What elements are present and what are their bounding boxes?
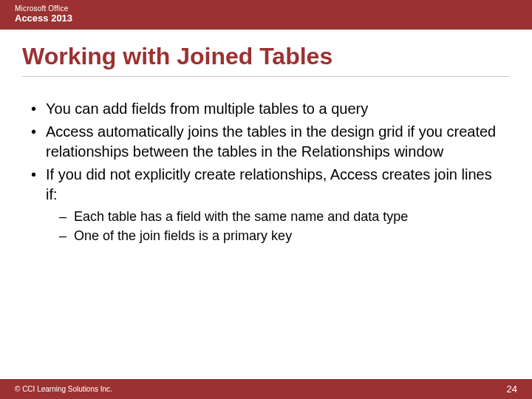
header-brand-line2: Access 2013 <box>15 13 517 24</box>
sub-bullet-text: Each table has a field with the same nam… <box>74 209 408 224</box>
title-area: Working with Joined Tables <box>0 30 532 84</box>
footer-copyright: © CCI Learning Solutions Inc. <box>15 385 112 393</box>
bullet-text: Access automatically joins the tables in… <box>46 123 496 160</box>
slide: Microsoft Office Access 2013 Working wit… <box>0 0 532 399</box>
sub-bullet-text: One of the join fields is a primary key <box>74 228 292 243</box>
bullet-list: You can add fields from multiple tables … <box>30 99 502 245</box>
footer-page-number: 24 <box>507 383 517 395</box>
sub-bullet-item: Each table has a field with the same nam… <box>59 208 502 225</box>
title-divider <box>22 76 510 77</box>
slide-header: Microsoft Office Access 2013 <box>0 0 532 30</box>
slide-footer: © CCI Learning Solutions Inc. 24 <box>0 379 532 399</box>
bullet-text: You can add fields from multiple tables … <box>46 100 368 117</box>
slide-title: Working with Joined Tables <box>22 43 510 70</box>
sub-bullet-list: Each table has a field with the same nam… <box>59 208 502 245</box>
sub-bullet-item: One of the join fields is a primary key <box>59 227 502 245</box>
bullet-text: If you did not explicitly create relatio… <box>46 166 492 202</box>
header-brand-line1: Microsoft Office <box>15 4 517 13</box>
slide-body: You can add fields from multiple tables … <box>0 84 532 379</box>
bullet-item: Access automatically joins the tables in… <box>30 122 502 162</box>
bullet-item: You can add fields from multiple tables … <box>30 99 502 119</box>
bullet-item: If you did not explicitly create relatio… <box>30 165 502 245</box>
